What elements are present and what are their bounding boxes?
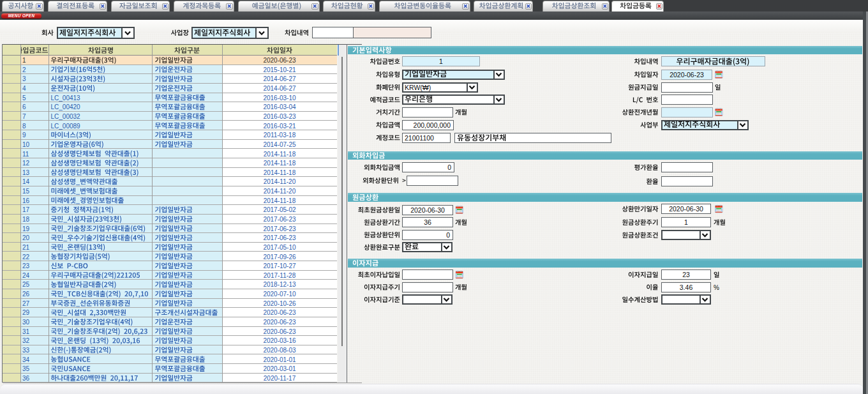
svg-text:21001100: 21001100 (405, 134, 434, 142)
svg-text:19: 19 (22, 225, 30, 232)
svg-text:2017-05-02: 2017-05-02 (263, 206, 296, 213)
svg-text:1: 1 (439, 57, 443, 65)
svg-text:2016-03-04: 2016-03-04 (263, 103, 296, 110)
svg-text:3.46: 3.46 (680, 284, 693, 291)
svg-text:12: 12 (22, 160, 30, 167)
svg-text:2014-11-18: 2014-11-18 (264, 169, 296, 176)
svg-text:18: 18 (22, 216, 30, 223)
svg-text:3: 3 (22, 75, 26, 82)
svg-text:32: 32 (22, 337, 30, 344)
svg-text:2020-03-01: 2020-03-01 (263, 365, 296, 372)
svg-text:2014-07-25: 2014-07-25 (263, 141, 296, 148)
svg-text:35: 35 (22, 365, 30, 372)
svg-text:2017-06-23: 2017-06-23 (263, 216, 296, 223)
svg-text:2017-10-27: 2017-10-27 (263, 262, 296, 269)
svg-text:2017-05-10: 2017-05-10 (263, 244, 296, 251)
svg-text:1: 1 (684, 218, 688, 226)
svg-text:2014-11-18: 2014-11-18 (264, 160, 296, 167)
svg-text:2020-06-23: 2020-06-23 (263, 328, 296, 335)
svg-text:2016-03-23: 2016-03-23 (263, 113, 296, 120)
svg-text:25: 25 (22, 281, 30, 288)
svg-text:2017-09-26: 2017-09-26 (263, 254, 296, 261)
svg-text:13: 13 (22, 169, 30, 176)
svg-text:2017-11-28: 2017-11-28 (264, 272, 296, 279)
svg-text:2: 2 (22, 66, 26, 73)
svg-text:1: 1 (22, 57, 26, 64)
svg-text:0: 0 (446, 231, 450, 239)
svg-text:2020-11-17: 2020-11-17 (264, 375, 296, 382)
svg-text:2020-10-26: 2020-10-26 (263, 300, 296, 307)
svg-text:KRW(₩): KRW(₩) (405, 84, 431, 91)
svg-text:2020-01-01: 2020-01-01 (263, 356, 296, 363)
svg-text:2020-06-23: 2020-06-23 (670, 71, 704, 79)
svg-text:2018-12-13: 2018-12-13 (263, 281, 296, 288)
svg-text:5: 5 (22, 95, 26, 102)
svg-text:7: 7 (22, 113, 26, 120)
svg-text:2017-06-23: 2017-06-23 (263, 225, 296, 232)
svg-text:30: 30 (22, 319, 30, 326)
svg-text:2020-06-30: 2020-06-30 (669, 205, 703, 213)
svg-text:2020-06-23: 2020-06-23 (263, 57, 296, 64)
svg-text:2020-06-30: 2020-06-30 (410, 206, 445, 214)
svg-text:2017-06-23: 2017-06-23 (263, 234, 296, 241)
svg-text:36: 36 (22, 375, 30, 382)
svg-text:2014-06-27: 2014-06-27 (263, 75, 296, 82)
svg-text:2020-06-23: 2020-06-23 (263, 309, 296, 316)
svg-text:2014-11-20: 2014-11-20 (264, 178, 296, 185)
svg-text:24: 24 (22, 272, 30, 279)
svg-text:9: 9 (22, 132, 26, 139)
svg-text:33: 33 (22, 347, 30, 354)
svg-text:23: 23 (22, 262, 30, 269)
svg-text:27: 27 (22, 300, 30, 307)
svg-text:%: % (714, 284, 719, 291)
svg-text:LC_00413: LC_00413 (51, 95, 81, 102)
svg-text:10: 10 (22, 141, 30, 148)
svg-text:31: 31 (22, 328, 30, 335)
svg-text:6: 6 (22, 103, 26, 110)
svg-text:200,000,000: 200,000,000 (414, 121, 451, 129)
svg-text:2014-06-27: 2014-06-27 (263, 85, 296, 92)
svg-text:14: 14 (22, 178, 30, 185)
svg-text:2016-03-21: 2016-03-21 (263, 123, 296, 130)
svg-text:2014-11-20: 2014-11-20 (264, 188, 296, 195)
svg-text:34: 34 (22, 356, 30, 363)
svg-text:15: 15 (22, 188, 30, 195)
svg-text:2014-11-18: 2014-11-18 (264, 151, 296, 158)
svg-text:22: 22 (22, 254, 30, 261)
svg-text:LC_00032: LC_00032 (51, 113, 81, 120)
svg-text:2011-03-18: 2011-03-18 (264, 132, 296, 139)
svg-text:8: 8 (22, 123, 26, 130)
svg-text:2016-03-10: 2016-03-10 (263, 95, 296, 102)
svg-text:4: 4 (22, 85, 26, 92)
svg-text:2020-06-23: 2020-06-23 (263, 319, 296, 326)
svg-text:2015-10-21: 2015-10-21 (263, 66, 296, 73)
svg-text:2014-11-18: 2014-11-18 (264, 197, 296, 204)
svg-text:20: 20 (22, 234, 30, 241)
svg-text:LC_00420: LC_00420 (51, 103, 81, 110)
svg-text:21: 21 (22, 244, 30, 251)
svg-text:11: 11 (22, 151, 29, 158)
svg-text:0: 0 (447, 163, 451, 171)
svg-text:36: 36 (424, 218, 431, 226)
svg-text:MENU OPEN: MENU OPEN (8, 13, 35, 18)
svg-text:29: 29 (22, 309, 30, 316)
svg-text:LC_00089: LC_00089 (51, 123, 81, 130)
svg-text:16: 16 (22, 197, 30, 204)
svg-text:17: 17 (22, 206, 30, 213)
svg-text:2020-03-16: 2020-03-16 (263, 337, 296, 344)
svg-text:23: 23 (682, 271, 690, 278)
svg-text:26: 26 (22, 291, 30, 298)
svg-text:2020-07-10: 2020-07-10 (263, 291, 296, 298)
svg-text:2020-08-03: 2020-08-03 (263, 347, 296, 354)
